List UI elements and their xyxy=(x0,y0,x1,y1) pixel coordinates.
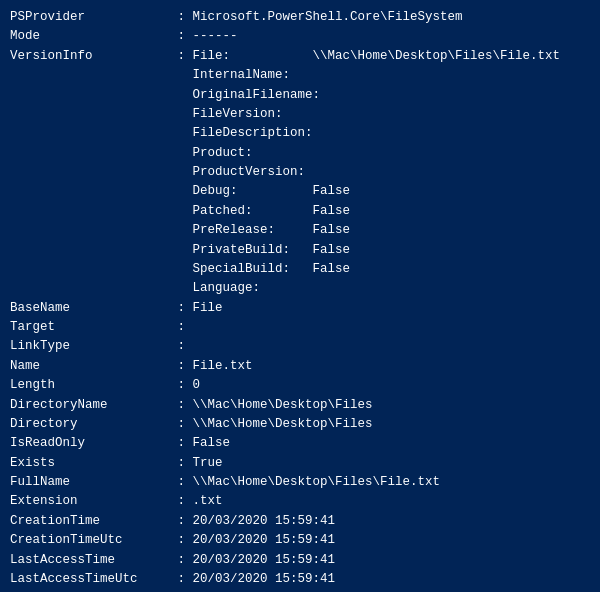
line-sep xyxy=(170,105,193,124)
line-value: 20/03/2020 15:59:41 xyxy=(193,570,336,589)
line-sep xyxy=(170,241,193,260)
terminal-line: InternalName: xyxy=(10,66,590,85)
line-key xyxy=(10,241,170,260)
terminal-line: Target : xyxy=(10,318,590,337)
line-key xyxy=(10,182,170,201)
line-value: \\Mac\Home\Desktop\Files xyxy=(193,415,373,434)
line-sep xyxy=(170,279,193,298)
line-value: FileVersion: xyxy=(193,105,283,124)
terminal-line: Length : 0 xyxy=(10,376,590,395)
line-sep: : xyxy=(170,357,193,376)
line-key: LastAccessTime xyxy=(10,551,170,570)
line-sep: : xyxy=(170,454,193,473)
line-value: PreRelease: False xyxy=(193,221,351,240)
line-key: Name xyxy=(10,357,170,376)
terminal-line: IsReadOnly : False xyxy=(10,434,590,453)
line-value: File xyxy=(193,299,223,318)
terminal-window: PSProvider : Microsoft.PowerShell.Core\F… xyxy=(0,0,600,592)
line-value: ------ xyxy=(193,27,238,46)
line-key xyxy=(10,105,170,124)
line-sep: : xyxy=(170,396,193,415)
terminal-line: PreRelease: False xyxy=(10,221,590,240)
line-key xyxy=(10,163,170,182)
terminal-line: ProductVersion: xyxy=(10,163,590,182)
line-key xyxy=(10,202,170,221)
line-key: Mode xyxy=(10,27,170,46)
terminal-line: Language: xyxy=(10,279,590,298)
terminal-line: LastAccessTime : 20/03/2020 15:59:41 xyxy=(10,551,590,570)
line-sep: : xyxy=(170,512,193,531)
line-key: Extension xyxy=(10,492,170,511)
line-sep: : xyxy=(170,415,193,434)
line-key xyxy=(10,124,170,143)
line-key: IsReadOnly xyxy=(10,434,170,453)
line-sep: : xyxy=(170,531,193,550)
terminal-line: LinkType : xyxy=(10,337,590,356)
line-key: Directory xyxy=(10,415,170,434)
line-sep: : xyxy=(170,570,193,589)
terminal-line: FullName : \\Mac\Home\Desktop\Files\File… xyxy=(10,473,590,492)
line-value: Debug: False xyxy=(193,182,351,201)
terminal-line: PrivateBuild: False xyxy=(10,241,590,260)
line-key: DirectoryName xyxy=(10,396,170,415)
line-value: Product: xyxy=(193,144,253,163)
line-sep xyxy=(170,86,193,105)
line-sep xyxy=(170,124,193,143)
line-sep: : xyxy=(170,8,193,27)
line-key xyxy=(10,221,170,240)
terminal-line: Mode : ------ xyxy=(10,27,590,46)
line-value: 20/03/2020 15:59:41 xyxy=(193,512,336,531)
line-value: Microsoft.PowerShell.Core\FileSystem xyxy=(193,8,463,27)
line-value: ProductVersion: xyxy=(193,163,306,182)
terminal-line: FileDescription: xyxy=(10,124,590,143)
terminal-line: BaseName : File xyxy=(10,299,590,318)
line-value: 20/03/2020 15:59:41 xyxy=(193,551,336,570)
line-key: LinkType xyxy=(10,337,170,356)
line-value: \\Mac\Home\Desktop\Files\File.txt xyxy=(193,473,441,492)
terminal-line: FileVersion: xyxy=(10,105,590,124)
line-sep: : xyxy=(170,337,193,356)
line-value: .txt xyxy=(193,492,223,511)
line-key: Length xyxy=(10,376,170,395)
line-sep: : xyxy=(170,376,193,395)
line-sep xyxy=(170,144,193,163)
line-sep: : xyxy=(170,434,193,453)
terminal-line: CreationTimeUtc : 20/03/2020 15:59:41 xyxy=(10,531,590,550)
terminal-line: PSProvider : Microsoft.PowerShell.Core\F… xyxy=(10,8,590,27)
line-sep: : xyxy=(170,318,193,337)
line-value: InternalName: xyxy=(193,66,291,85)
line-value: PrivateBuild: False xyxy=(193,241,351,260)
terminal-line: Directory : \\Mac\Home\Desktop\Files xyxy=(10,415,590,434)
line-key: CreationTime xyxy=(10,512,170,531)
line-value: FileDescription: xyxy=(193,124,313,143)
terminal-line: Extension : .txt xyxy=(10,492,590,511)
line-key xyxy=(10,144,170,163)
line-key: FullName xyxy=(10,473,170,492)
line-sep: : xyxy=(170,473,193,492)
line-sep: : xyxy=(170,299,193,318)
line-key xyxy=(10,279,170,298)
terminal-line: Product: xyxy=(10,144,590,163)
terminal-line: SpecialBuild: False xyxy=(10,260,590,279)
line-value: 20/03/2020 15:59:41 xyxy=(193,531,336,550)
line-key xyxy=(10,66,170,85)
terminal-line: LastAccessTimeUtc : 20/03/2020 15:59:41 xyxy=(10,570,590,589)
line-sep xyxy=(170,202,193,221)
line-value: Patched: False xyxy=(193,202,351,221)
terminal-line: VersionInfo : File: \\Mac\Home\Desktop\F… xyxy=(10,47,590,66)
line-value: File: \\Mac\Home\Desktop\Files\File.txt xyxy=(193,47,561,66)
line-value: OriginalFilename: xyxy=(193,86,321,105)
line-value: \\Mac\Home\Desktop\Files xyxy=(193,396,373,415)
line-key: CreationTimeUtc xyxy=(10,531,170,550)
line-value: False xyxy=(193,434,231,453)
line-sep: : xyxy=(170,551,193,570)
line-sep xyxy=(170,260,193,279)
line-value: True xyxy=(193,454,223,473)
line-key: Exists xyxy=(10,454,170,473)
line-sep xyxy=(170,66,193,85)
line-key xyxy=(10,86,170,105)
line-sep: : xyxy=(170,492,193,511)
terminal-line: OriginalFilename: xyxy=(10,86,590,105)
line-sep xyxy=(170,163,193,182)
terminal-line: CreationTime : 20/03/2020 15:59:41 xyxy=(10,512,590,531)
